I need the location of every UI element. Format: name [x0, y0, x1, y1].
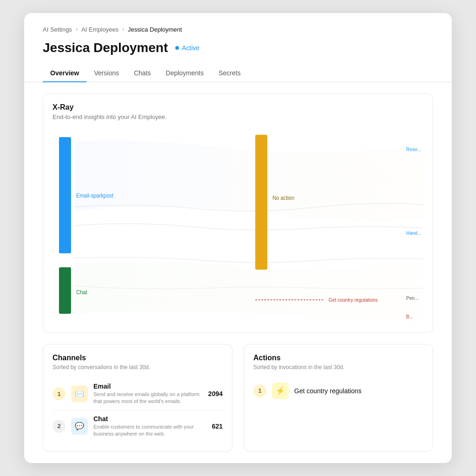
action-name: Get country regulations	[294, 387, 362, 395]
channels-card: Channels Sorted by conversations in the …	[43, 344, 232, 452]
xray-subtitle: End-to-end insights into your AI Employe…	[53, 113, 423, 120]
action-rank-1: 1	[253, 384, 266, 397]
email-info: Email Send and receive emails globally o…	[93, 383, 203, 405]
rank-badge-1: 1	[53, 387, 66, 400]
breadcrumb-ai-settings[interactable]: AI Settings	[43, 26, 72, 33]
actions-card: Actions Sorted by invocations in the las…	[244, 344, 433, 452]
lightning-icon: ⚡	[276, 386, 285, 395]
breadcrumb-chevron-2: ›	[122, 26, 124, 33]
page-title: Jessica Deployment	[43, 40, 168, 55]
email-name: Email	[93, 383, 203, 390]
tab-secrets[interactable]: Secrets	[211, 65, 248, 82]
chat-count: 621	[212, 423, 223, 430]
chat-name: Chat	[93, 415, 206, 423]
chart-svg: Email-sparkpost No action Chat Get count…	[53, 128, 423, 323]
tabs-nav: Overview Versions Chats Deployments Secr…	[24, 55, 452, 82]
breadcrumb-chevron-1: ›	[76, 26, 78, 33]
xray-title: X-Ray	[53, 103, 423, 112]
xray-chart: Email-sparkpost No action Chat Get count…	[53, 128, 423, 323]
breadcrumb-ai-employees[interactable]: AI Employees	[81, 26, 119, 33]
svg-text:B...: B...	[406, 313, 413, 319]
svg-text:Chat: Chat	[76, 289, 87, 295]
tab-overview[interactable]: Overview	[43, 65, 86, 82]
page-header: Jessica Deployment Active	[24, 33, 452, 55]
chat-channel-icon: 💬	[71, 418, 88, 435]
channels-subtitle: Sorted by conversations in the last 30d.	[53, 364, 223, 370]
svg-text:No action: No action	[272, 195, 294, 200]
actions-subtitle: Sorted by invocations in the last 30d.	[253, 364, 423, 370]
main-window: AI Settings › AI Employees › Jessica Dep…	[24, 13, 452, 463]
email-channel-icon: ✉️	[71, 385, 88, 402]
chat-bar	[59, 267, 71, 314]
breadcrumb: AI Settings › AI Employees › Jessica Dep…	[24, 13, 452, 33]
email-bar	[59, 137, 71, 253]
main-content: X-Ray End-to-end insights into your AI E…	[24, 82, 452, 463]
rank-badge-2: 2	[53, 420, 66, 433]
chat-desc: Enable customers to communicate with you…	[93, 423, 206, 438]
channel-item-email: 1 ✉️ Email Send and receive emails globa…	[53, 378, 223, 410]
tab-deployments[interactable]: Deployments	[159, 65, 212, 82]
svg-text:Pen...: Pen...	[406, 295, 419, 300]
action-icon-bg: ⚡	[272, 383, 289, 399]
email-count: 2094	[208, 390, 223, 397]
status-dot	[175, 46, 179, 50]
chat-info: Chat Enable customers to communicate wit…	[93, 415, 206, 438]
breadcrumb-current: Jessica Deployment	[128, 26, 182, 33]
email-desc: Send and receive emails globally on a pl…	[93, 391, 203, 405]
svg-text:Reso...: Reso...	[406, 146, 421, 152]
tab-versions[interactable]: Versions	[86, 65, 126, 82]
xray-card: X-Ray End-to-end insights into your AI E…	[43, 93, 433, 333]
no-action-bar	[255, 135, 267, 270]
status-badge: Active	[175, 44, 199, 52]
channel-item-chat: 2 💬 Chat Enable customers to communicate…	[53, 410, 223, 443]
svg-text:Email-sparkpost: Email-sparkpost	[76, 192, 113, 198]
tab-chats[interactable]: Chats	[126, 65, 159, 82]
channels-title: Channels	[53, 354, 223, 362]
svg-text:Hand...: Hand...	[406, 230, 422, 235]
svg-text:Get country regulations: Get country regulations	[329, 297, 378, 302]
action-item-1: 1 ⚡ Get country regulations	[253, 378, 423, 404]
actions-title: Actions	[253, 354, 423, 362]
status-label: Active	[182, 44, 199, 52]
bottom-cards: Channels Sorted by conversations in the …	[43, 344, 433, 452]
